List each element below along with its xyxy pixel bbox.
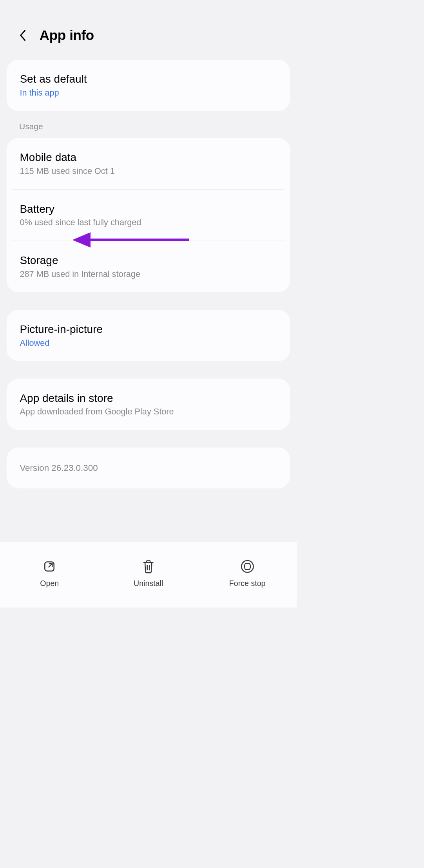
force-stop-button[interactable]: Force stop — [220, 559, 275, 588]
set-as-default-title: Set as default — [20, 73, 277, 85]
mobile-data-subtitle: 115 MB used since Oct 1 — [20, 166, 277, 176]
open-button[interactable]: Open — [22, 559, 77, 588]
pip-row[interactable]: Picture-in-picture Allowed — [7, 310, 290, 361]
set-as-default-row[interactable]: Set as default In this app — [7, 60, 290, 111]
storage-subtitle: 287 MB used in Internal storage — [20, 269, 277, 279]
uninstall-label: Uninstall — [134, 579, 163, 588]
trash-icon — [141, 559, 156, 574]
store-row[interactable]: App details in store App downloaded from… — [7, 379, 290, 430]
svg-point-1 — [241, 561, 253, 572]
set-as-default-subtitle: In this app — [20, 88, 277, 98]
chevron-left-icon — [18, 29, 27, 42]
pip-card: Picture-in-picture Allowed — [7, 310, 290, 361]
version-text: Version 26.23.0.300 — [20, 463, 277, 473]
usage-section-label: Usage — [0, 114, 297, 138]
pip-subtitle: Allowed — [20, 338, 277, 348]
store-card: App details in store App downloaded from… — [7, 379, 290, 430]
uninstall-button[interactable]: Uninstall — [121, 559, 176, 588]
pip-title: Picture-in-picture — [20, 323, 277, 336]
bottom-bar: Open Uninstall Force stop — [0, 542, 297, 608]
battery-title: Battery — [20, 203, 277, 215]
usage-card: Mobile data 115 MB used since Oct 1 Batt… — [7, 138, 290, 292]
back-button[interactable] — [16, 29, 29, 42]
open-icon — [42, 559, 57, 574]
storage-title: Storage — [20, 254, 277, 267]
battery-subtitle: 0% used since last fully charged — [20, 218, 277, 228]
store-title: App details in store — [20, 392, 277, 404]
mobile-data-title: Mobile data — [20, 151, 277, 164]
open-label: Open — [40, 579, 59, 588]
header: App info — [0, 0, 297, 60]
defaults-card: Set as default In this app — [7, 60, 290, 111]
version-card: Version 26.23.0.300 — [7, 447, 290, 488]
page-title: App info — [40, 27, 94, 43]
battery-row[interactable]: Battery 0% used since last fully charged — [7, 190, 290, 241]
store-subtitle: App downloaded from Google Play Store — [20, 407, 277, 417]
force-stop-label: Force stop — [229, 579, 266, 588]
mobile-data-row[interactable]: Mobile data 115 MB used since Oct 1 — [7, 138, 290, 189]
force-stop-icon — [240, 559, 255, 574]
storage-row[interactable]: Storage 287 MB used in Internal storage — [7, 241, 290, 292]
